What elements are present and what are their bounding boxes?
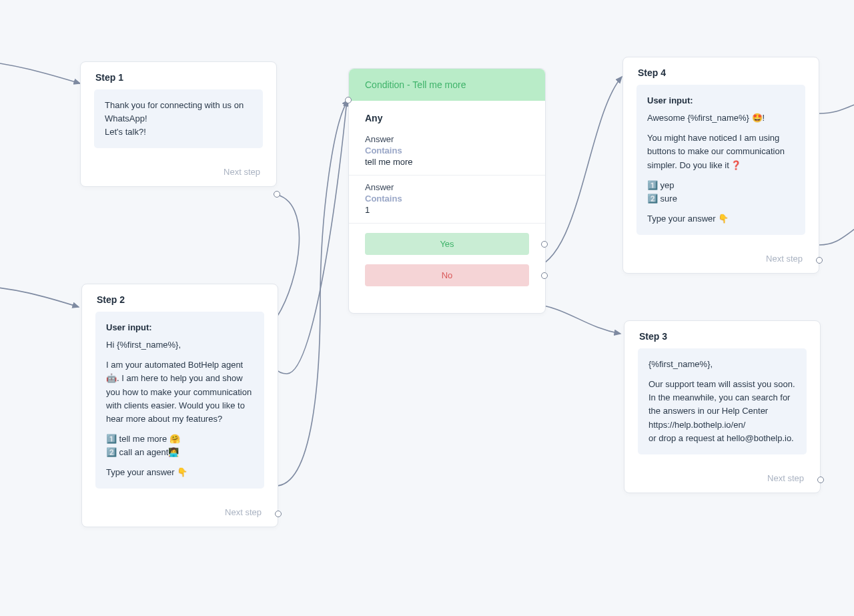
step1-line3: Let's talk?! bbox=[105, 125, 252, 139]
condition-yes[interactable]: Yes bbox=[365, 233, 529, 255]
condition-no[interactable]: No bbox=[365, 264, 529, 286]
step2-next-step[interactable]: Next step bbox=[82, 501, 278, 527]
condition-rule-2: Answer Contains 1 bbox=[349, 176, 545, 224]
step2-node[interactable]: Step 2 User input: Hi {%first_name%}, I … bbox=[81, 284, 278, 527]
step3-greeting: {%first_name%}, bbox=[649, 358, 796, 371]
step2-title: Step 2 bbox=[82, 284, 278, 312]
condition-node[interactable]: Condition - Tell me more Any Answer Cont… bbox=[348, 68, 546, 314]
step1-title: Step 1 bbox=[81, 62, 276, 89]
condition-title: Condition - Tell me more bbox=[349, 69, 545, 101]
condition-answer-label-2: Answer bbox=[365, 182, 529, 192]
step4-option1: 1️⃣ yep bbox=[647, 179, 795, 192]
step4-out-port[interactable] bbox=[816, 257, 823, 264]
step1-out-port[interactable] bbox=[274, 191, 280, 198]
step3-node[interactable]: Step 3 {%first_name%}, Our support team … bbox=[624, 320, 821, 493]
step4-user-input-label: User input: bbox=[647, 94, 795, 107]
step3-out-port[interactable] bbox=[817, 477, 824, 483]
condition-contains-label-1: Contains bbox=[365, 145, 529, 156]
step4-option2: 2️⃣ sure bbox=[647, 192, 795, 206]
step2-option1: 1️⃣ tell me more 🤗 bbox=[106, 432, 254, 446]
step3-line5: or drop a request at hello@bothelp.io. bbox=[649, 432, 796, 445]
step2-content: User input: Hi {%first_name%}, I am your… bbox=[95, 312, 264, 489]
condition-any-label: Any bbox=[349, 101, 545, 127]
step4-awesome: Awesome {%first_name%} 🤩! bbox=[647, 111, 795, 125]
step2-intro: I am your automated BotHelp agent 🤖. I a… bbox=[106, 358, 254, 426]
question-mark-icon: ❓ bbox=[731, 160, 741, 170]
condition-value-1: tell me more bbox=[365, 157, 529, 167]
step1-node[interactable]: Step 1 Thank you for connecting with us … bbox=[80, 61, 277, 187]
step3-line1: Our support team will assist you soon. bbox=[649, 378, 796, 391]
step3-next-step[interactable]: Next step bbox=[624, 467, 820, 493]
condition-answer-label-1: Answer bbox=[365, 134, 529, 144]
step2-greeting: Hi {%first_name%}, bbox=[106, 338, 254, 352]
step4-next-step[interactable]: Next step bbox=[623, 247, 819, 273]
step3-title: Step 3 bbox=[624, 321, 820, 348]
step3-line3: the answers in our Help Center bbox=[649, 404, 796, 418]
step4-prompt: Type your answer 👇 bbox=[647, 212, 795, 226]
condition-no-label: No bbox=[442, 270, 453, 280]
condition-no-port[interactable] bbox=[541, 272, 548, 279]
step3-content: {%first_name%}, Our support team will as… bbox=[638, 348, 807, 454]
step2-option2: 2️⃣ call an agent👩‍💻 bbox=[106, 446, 254, 459]
step4-content: User input: Awesome {%first_name%} 🤩! Yo… bbox=[636, 85, 805, 235]
condition-yes-label: Yes bbox=[440, 239, 454, 249]
step1-next-step[interactable]: Next step bbox=[81, 160, 276, 186]
condition-value-2: 1 bbox=[365, 205, 529, 215]
step1-line1: Thank you for connecting with us on bbox=[105, 99, 252, 112]
condition-contains-label-2: Contains bbox=[365, 194, 529, 204]
step2-prompt: Type your answer 👇 bbox=[106, 466, 254, 479]
step4-title: Step 4 bbox=[623, 57, 819, 85]
step4-notice: You might have noticed I am using button… bbox=[647, 131, 795, 172]
condition-yes-port[interactable] bbox=[541, 241, 548, 248]
step3-line2: In the meanwhile, you can search for bbox=[649, 391, 796, 404]
step1-content: Thank you for connecting with us on What… bbox=[94, 89, 263, 148]
step1-line2: WhatsApp! bbox=[105, 112, 252, 125]
condition-in-port[interactable] bbox=[345, 97, 352, 103]
condition-rule-1: Answer Contains tell me more bbox=[349, 127, 545, 176]
step3-line4: https://help.bothelp.io/en/ bbox=[649, 418, 796, 432]
step4-node[interactable]: Step 4 User input: Awesome {%first_name%… bbox=[622, 57, 819, 274]
step2-out-port[interactable] bbox=[275, 511, 282, 517]
step2-user-input-label: User input: bbox=[106, 321, 254, 334]
